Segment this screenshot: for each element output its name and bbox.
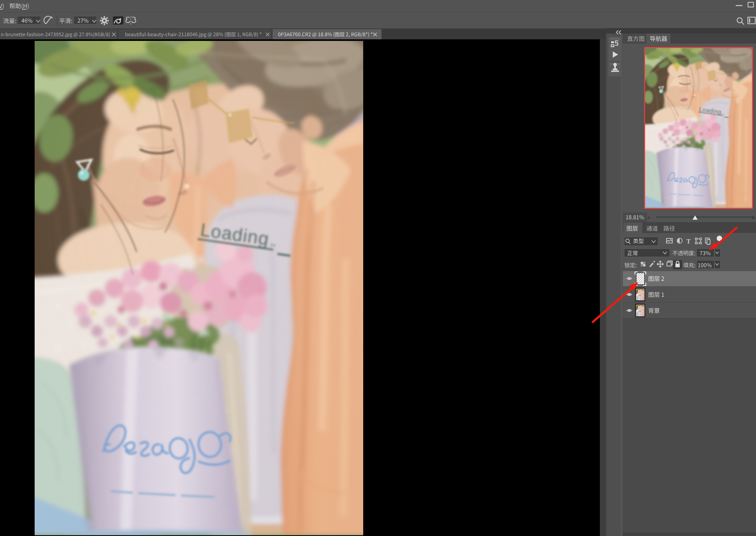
- svg-text:T: T: [686, 238, 691, 245]
